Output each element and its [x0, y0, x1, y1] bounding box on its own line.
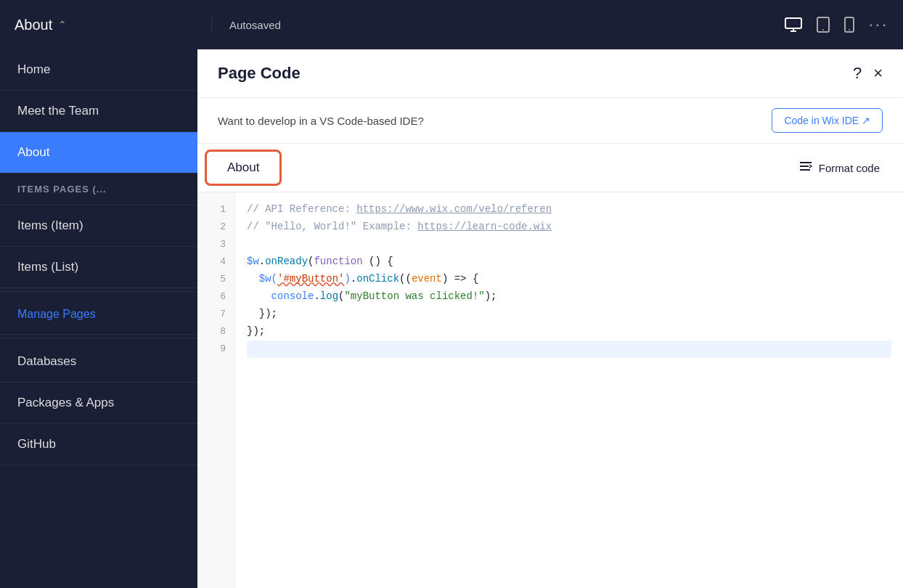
- autosaved-label: Autosaved: [229, 19, 281, 31]
- sidebar-item-about[interactable]: About: [0, 132, 197, 173]
- panel-header: Page Code ? ×: [197, 49, 903, 98]
- sidebar-item-about-label: About: [17, 145, 49, 159]
- sidebar-databases-label: Databases: [17, 354, 76, 368]
- sidebar-section-items-pages: ITEMS PAGES (...: [0, 173, 197, 205]
- format-code-icon: [798, 160, 813, 176]
- code-line-1: // API Reference: https://www.wix.com/ve…: [247, 201, 891, 219]
- sidebar-manage-pages-label: Manage Pages: [17, 308, 96, 320]
- code-line-9: [247, 340, 891, 358]
- sidebar-item-meet-the-team-label: Meet the Team: [17, 104, 99, 118]
- line-num-6: 6: [197, 288, 226, 306]
- more-dots-icon: ···: [869, 15, 888, 34]
- topbar-actions: ···: [785, 15, 888, 34]
- topbar-left: About ⌃: [15, 17, 212, 33]
- vscode-bar: Want to develop in a VS Code-based IDE? …: [197, 98, 903, 144]
- sidebar-item-items-list-label: Items (List): [17, 260, 78, 274]
- code-line-2: // "Hello, World!" Example: https://lear…: [247, 219, 891, 236]
- svg-point-4: [822, 29, 824, 30]
- sidebar-item-manage-pages[interactable]: Manage Pages: [0, 295, 197, 335]
- topbar: About ⌃ Autosaved ···: [0, 0, 903, 49]
- help-button[interactable]: ?: [853, 64, 862, 83]
- sidebar-packages-apps-label: Packages & Apps: [17, 396, 114, 409]
- code-content: // API Reference: https://www.wix.com/ve…: [235, 192, 903, 588]
- about-tab-label: About: [205, 150, 282, 186]
- line-num-3: 3: [197, 236, 226, 253]
- format-code-label: Format code: [819, 162, 880, 174]
- sidebar-item-home[interactable]: Home: [0, 49, 197, 91]
- code-line-3: [247, 236, 891, 253]
- main-layout: Home Meet the Team About ITEMS PAGES (..…: [0, 49, 903, 588]
- line-num-9: 9: [197, 340, 226, 358]
- panel-title: Page Code: [218, 64, 301, 83]
- topbar-chevron-icon: ⌃: [58, 19, 67, 30]
- format-code-button[interactable]: Format code: [787, 154, 891, 182]
- sidebar-divider-2: [0, 338, 197, 338]
- sidebar-item-items-item[interactable]: Items (Item): [0, 205, 197, 247]
- more-options-button[interactable]: ···: [869, 15, 888, 34]
- line-num-7: 7: [197, 306, 226, 323]
- code-line-8: });: [247, 323, 891, 340]
- line-num-2: 2: [197, 219, 226, 236]
- about-tab[interactable]: About: [205, 144, 282, 192]
- page-code-panel: Page Code ? × Want to develop in a VS Co…: [197, 49, 903, 588]
- panel-header-icons: ? ×: [853, 64, 883, 83]
- code-line-5: $w('#myButton').onClick((event) => {: [247, 271, 891, 288]
- sidebar-divider: [0, 291, 197, 292]
- line-num-1: 1: [197, 201, 226, 219]
- line-num-5: 5: [197, 271, 226, 288]
- code-line-7: });: [247, 306, 891, 323]
- close-icon: ×: [873, 64, 883, 82]
- line-numbers: 1 2 3 4 5 6 7 8 9: [197, 192, 235, 588]
- sidebar-item-databases[interactable]: Databases: [0, 341, 197, 383]
- svg-point-6: [849, 29, 850, 30]
- sidebar-item-items-item-label: Items (Item): [17, 219, 83, 232]
- help-icon: ?: [853, 64, 862, 82]
- topbar-center: Autosaved: [212, 19, 785, 31]
- vscode-btn-label: Code in Wix IDE ↗: [784, 115, 870, 126]
- line-num-8: 8: [197, 323, 226, 340]
- close-button[interactable]: ×: [873, 64, 883, 83]
- tablet-view-button[interactable]: [817, 17, 830, 33]
- svg-rect-0: [785, 18, 801, 28]
- tabs-bar: About Format code: [197, 144, 903, 192]
- sidebar-item-packages-apps[interactable]: Packages & Apps: [0, 383, 197, 424]
- sidebar-item-github[interactable]: GitHub: [0, 424, 197, 465]
- sidebar-github-label: GitHub: [17, 437, 56, 451]
- mobile-view-button[interactable]: [844, 17, 854, 33]
- code-line-6: console.log("myButton was clicked!");: [247, 288, 891, 306]
- line-num-4: 4: [197, 253, 226, 271]
- sidebar-item-items-list[interactable]: Items (List): [0, 247, 197, 288]
- code-editor[interactable]: 1 2 3 4 5 6 7 8 9 // API Reference: http…: [197, 192, 903, 588]
- sidebar: Home Meet the Team About ITEMS PAGES (..…: [0, 49, 197, 588]
- content-area: Page Code ? × Want to develop in a VS Co…: [197, 49, 903, 588]
- sidebar-item-home-label: Home: [17, 62, 50, 76]
- desktop-view-button[interactable]: [785, 17, 802, 32]
- topbar-title: About: [15, 17, 52, 33]
- code-in-wix-ide-button[interactable]: Code in Wix IDE ↗: [772, 108, 883, 133]
- vscode-text: Want to develop in a VS Code-based IDE?: [218, 115, 424, 127]
- sidebar-item-meet-the-team[interactable]: Meet the Team: [0, 91, 197, 132]
- code-line-4: $w.onReady(function () {: [247, 253, 891, 271]
